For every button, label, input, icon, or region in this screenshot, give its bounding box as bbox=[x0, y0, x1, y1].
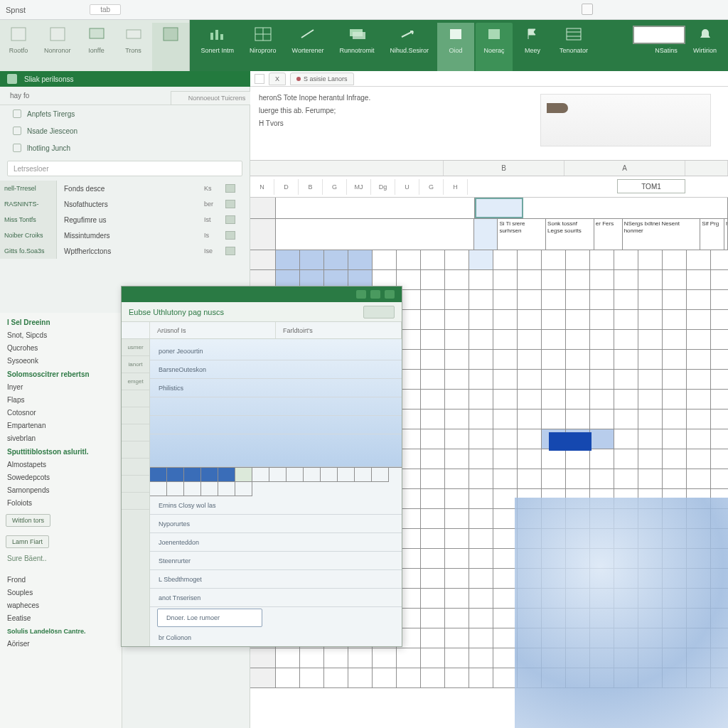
left-category-row[interactable]: Noiber CroiksMissintumdersIs bbox=[0, 228, 250, 243]
ribbon-item-0[interactable]: Rootfo bbox=[0, 23, 37, 71]
popup-sidecat[interactable] bbox=[122, 441, 149, 459]
l2-item[interactable]: Qucrohes bbox=[0, 342, 122, 355]
doc-tab-close[interactable] bbox=[255, 74, 264, 84]
left-link-2[interactable]: lhotling Junch bbox=[0, 139, 250, 156]
sheet-col-label[interactable]: D bbox=[274, 179, 299, 195]
left-category-row[interactable]: Gitts fo.Soa3sWptfherlcctonsIse bbox=[0, 243, 250, 259]
l2-item[interactable]: Aöriser bbox=[0, 638, 122, 651]
l2-item[interactable]: Eeatise bbox=[0, 612, 122, 625]
l2-item[interactable]: Foloiots bbox=[0, 497, 122, 510]
svg-rect-4 bbox=[164, 28, 178, 41]
grid-row[interactable] bbox=[250, 668, 728, 688]
l2-item[interactable]: Frond bbox=[0, 574, 122, 587]
ribbon-item-1[interactable]: Nonronor bbox=[37, 23, 78, 71]
ribbon-d-4[interactable]: Nihud.Sesiror bbox=[382, 23, 436, 71]
l2-item[interactable]: Almostapets bbox=[0, 459, 122, 471]
colhead-b[interactable]: B bbox=[444, 161, 564, 176]
l2-item[interactable]: Sowedepcots bbox=[0, 471, 122, 484]
l2-item[interactable]: wapheces bbox=[0, 599, 122, 612]
l2-item[interactable]: Flaps bbox=[0, 394, 122, 407]
l2-button-2[interactable]: Lamn Fiart bbox=[6, 535, 49, 548]
left-category-row[interactable]: Miss TontfsRegufimre usIst bbox=[0, 212, 250, 228]
popup-action-button[interactable]: Dnoer. Loe rumoer bbox=[157, 609, 262, 627]
l2-item[interactable]: Souples bbox=[0, 587, 122, 599]
l2-footer[interactable]: Sure Bäent.. bbox=[0, 552, 122, 565]
sheet-col-label[interactable]: N bbox=[250, 179, 274, 195]
popup-sidecat[interactable] bbox=[122, 493, 149, 510]
left-category-row[interactable]: RASNINTS-Nsofathuctersber bbox=[0, 196, 250, 212]
l2-item[interactable]: sivebrlan bbox=[0, 432, 122, 445]
ribbon-item-3[interactable]: Trons bbox=[115, 23, 152, 71]
popup-toolbar-icon[interactable] bbox=[363, 306, 395, 318]
sheet-col-label[interactable]: B bbox=[299, 179, 323, 195]
ribbon-d-1[interactable]: Niroproro bbox=[242, 23, 284, 71]
popup-sidecat[interactable] bbox=[122, 459, 149, 476]
left-link-0[interactable]: Anpfets Tirergs bbox=[0, 105, 250, 122]
popup-sidecat[interactable] bbox=[122, 407, 149, 424]
sheet-col-label[interactable]: G bbox=[419, 179, 444, 195]
popup-after-button: br Colionon bbox=[150, 628, 402, 646]
sheet-col-label[interactable]: Dg bbox=[371, 179, 395, 195]
window-tab[interactable]: tab bbox=[90, 4, 121, 15]
popup-list-item[interactable]: BarsneOuteskon bbox=[150, 360, 402, 379]
popup-mini-grid[interactable] bbox=[150, 467, 402, 496]
popup-list-item[interactable]: L Sbedthmoget bbox=[150, 570, 402, 589]
sheet-col-label[interactable]: G bbox=[323, 179, 347, 195]
popup-sidecat[interactable] bbox=[122, 424, 149, 441]
close-icon[interactable] bbox=[385, 290, 395, 299]
popup-list-item[interactable]: Steenrurter bbox=[150, 552, 402, 570]
popup-list-item[interactable]: Philistics bbox=[150, 379, 402, 397]
l2-item[interactable]: Inyer bbox=[0, 381, 122, 394]
left-category-row[interactable]: nell-TrreselFonds desceKs bbox=[0, 181, 250, 196]
popup-sidecat[interactable] bbox=[122, 390, 149, 407]
popup-list-item[interactable]: Ernins Closy wol las bbox=[150, 496, 402, 515]
colhead-a[interactable]: A bbox=[564, 161, 685, 176]
popup-list-item[interactable]: Nyporurtes bbox=[150, 515, 402, 533]
popup-col-1[interactable]: Arüsnof Is bbox=[150, 322, 276, 338]
l2-item[interactable]: Sarnonpends bbox=[0, 484, 122, 497]
ribbon-d-8[interactable]: Tenonator bbox=[552, 23, 595, 71]
ribbon-item-extra[interactable] bbox=[152, 23, 189, 71]
grid-row[interactable] bbox=[250, 648, 728, 668]
ribbon-d-3[interactable]: Runnotromit bbox=[332, 23, 381, 71]
l2-item[interactable]: Sysoeonk bbox=[0, 355, 122, 368]
max-icon[interactable] bbox=[370, 290, 380, 299]
left-link-1[interactable]: Nsade Jiesceon bbox=[0, 122, 250, 139]
ribbon-d-7[interactable]: Meey bbox=[514, 23, 551, 71]
doc-tab-2[interactable]: S asisie Lanors bbox=[290, 73, 354, 85]
row-name: Wptfherlcctons bbox=[57, 247, 204, 255]
l2-item[interactable]: Cotosnor bbox=[0, 407, 122, 419]
sheet-col-label[interactable]: U bbox=[395, 179, 419, 195]
row-cat: Gitts fo.Soa3s bbox=[0, 243, 57, 259]
svg-rect-1 bbox=[50, 28, 65, 41]
popup-list-item[interactable]: Joenenteddon bbox=[150, 533, 402, 552]
popup-sidecat[interactable]: emget bbox=[122, 373, 149, 390]
l2-button-1[interactable]: Wittlon tors bbox=[6, 514, 50, 527]
selected-cell-outline[interactable] bbox=[633, 26, 685, 44]
left-search-input[interactable]: Letrsesloer bbox=[7, 161, 242, 176]
popup-list-item[interactable]: anot Tnserisen bbox=[150, 589, 402, 607]
l2-item[interactable]: Empartenan bbox=[0, 419, 122, 432]
ribbon-d-6[interactable]: Noeraç bbox=[476, 23, 513, 71]
sheet-col-label[interactable]: MJ bbox=[347, 179, 371, 195]
min-icon[interactable] bbox=[356, 290, 366, 299]
grid-row[interactable] bbox=[250, 250, 728, 270]
popup-sidecat[interactable]: usmer bbox=[122, 339, 149, 356]
ribbon-d-10[interactable]: Wirtirion bbox=[686, 23, 724, 71]
popup-titlebar[interactable] bbox=[122, 287, 402, 302]
l2-item[interactable]: Snot, Sipcds bbox=[0, 329, 122, 342]
popup-sidecat[interactable]: ianort bbox=[122, 356, 149, 373]
name-box[interactable]: TOM1 bbox=[617, 179, 685, 193]
ribbon-d-2[interactable]: Worterener bbox=[285, 23, 331, 71]
popup-sidecat[interactable] bbox=[122, 476, 149, 493]
popup-col-2[interactable]: Farldtoirt's bbox=[276, 322, 402, 338]
mini-window-icon[interactable] bbox=[582, 4, 593, 15]
popup-list-item[interactable] bbox=[150, 416, 402, 434]
ribbon-item-2[interactable]: Ionffe bbox=[78, 23, 115, 71]
doc-tab-1[interactable]: X bbox=[269, 73, 286, 85]
popup-list-item[interactable]: poner Jeoourtin bbox=[150, 342, 402, 360]
ribbon-d-0[interactable]: Sonert Intm bbox=[194, 23, 242, 71]
popup-list-item[interactable] bbox=[150, 397, 402, 416]
ribbon-d-5[interactable]: Oiod bbox=[437, 23, 474, 71]
sheet-col-label[interactable]: H bbox=[444, 179, 468, 195]
